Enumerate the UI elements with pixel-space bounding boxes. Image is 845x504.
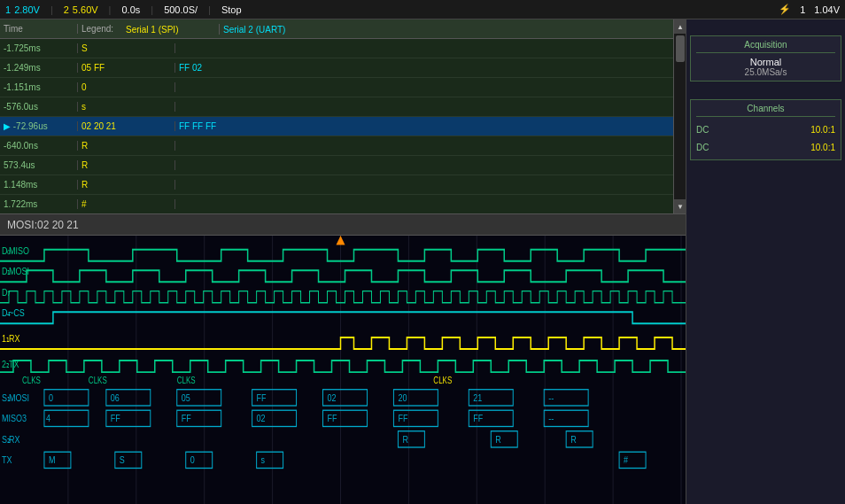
- scrollbar-thumb[interactable]: [676, 35, 685, 62]
- row-time: 1.722ms: [0, 199, 78, 209]
- row-serial2-data: FF FF FF: [175, 121, 686, 131]
- scroll-up-button[interactable]: ▲: [674, 19, 686, 34]
- row-time: 573.4us: [0, 160, 78, 170]
- svg-text:FF: FF: [398, 413, 407, 423]
- row-serial1-data: 05 FF: [78, 63, 175, 73]
- lister-row[interactable]: 1.148msR: [0, 175, 686, 195]
- trigger-info: ⚡ 1 1.04V: [779, 4, 840, 15]
- svg-text:MISO3: MISO3: [2, 413, 27, 423]
- lister-rows: -1.725msS-1.249ms05 FFFF 02-1.151ms0-576…: [0, 39, 686, 214]
- lister-row[interactable]: ▶ -72.96us02 20 21FF FF FF: [0, 117, 686, 136]
- svg-text:20: 20: [398, 392, 407, 403]
- acquisition-title: Acquisition: [696, 40, 835, 53]
- trigger-icon: ⚡: [779, 4, 791, 15]
- channel-row-1: DC 10.0:1: [696, 120, 835, 138]
- svg-text:S: S: [120, 454, 125, 465]
- svg-text:MISO: MISO: [9, 245, 29, 256]
- lister-row[interactable]: -640.0nsR: [0, 136, 686, 156]
- svg-text:FF: FF: [257, 392, 267, 403]
- row-serial1-data: 0: [78, 82, 175, 92]
- lister-row[interactable]: 573.4usR: [0, 156, 686, 175]
- channel2-label: DC: [696, 143, 709, 152]
- trigger-channel: 1: [800, 4, 805, 15]
- legend-label: Legend:: [78, 24, 122, 34]
- svg-text:4: 4: [46, 413, 50, 423]
- waveform-area: D₀ MISO D₁ MOSI D₇ D₄ ~CS 1₁ RX 2: [0, 236, 686, 504]
- svg-text:RX: RX: [9, 434, 19, 445]
- row-serial1-data: R: [78, 180, 175, 190]
- svg-text:~CS: ~CS: [9, 307, 25, 318]
- lister-table: Time Legend: Serial 1 (SPI) Serial 2 (UA…: [0, 19, 686, 214]
- row-serial1-data: s: [78, 102, 175, 112]
- row-serial1-data: S: [78, 43, 175, 53]
- ch1-number: 1: [5, 4, 11, 15]
- ch1-voltage: 2.80V: [14, 4, 40, 15]
- lister-row[interactable]: -1.249ms05 FFFF 02: [0, 58, 686, 78]
- lister-row[interactable]: 1.722ms#: [0, 195, 686, 214]
- channel2-value: 10.0:1: [810, 143, 835, 152]
- channel-row-2: DC 10.0:1: [696, 138, 835, 156]
- row-time: -1.725ms: [0, 43, 78, 53]
- svg-text:FF: FF: [111, 413, 120, 423]
- svg-text:TX: TX: [2, 454, 12, 465]
- svg-text:CLKS: CLKS: [177, 376, 196, 385]
- channel1-value: 10.0:1: [810, 125, 835, 135]
- serial1-column-header: Serial 1 (SPI): [122, 24, 220, 35]
- mosi-value: MOSI:02 20 21: [7, 219, 79, 231]
- lister-header: Time Legend: Serial 1 (SPI) Serial 2 (UA…: [0, 19, 686, 39]
- lister-row[interactable]: -1.151ms0: [0, 78, 686, 97]
- svg-text:CLKS: CLKS: [433, 376, 452, 385]
- lister-scrollbar[interactable]: ▲ ▼: [673, 19, 686, 213]
- ch2-indicator: 2 5.60V: [64, 4, 98, 15]
- row-serial2-data: FF 02: [175, 63, 686, 73]
- trigger-voltage: 1.04V: [814, 4, 840, 15]
- svg-text:R: R: [402, 434, 408, 445]
- lister-row[interactable]: -576.0uss: [0, 97, 686, 117]
- svg-text:02: 02: [328, 392, 337, 403]
- scroll-down-button[interactable]: ▼: [674, 199, 686, 213]
- svg-text:CLKS: CLKS: [22, 376, 41, 385]
- time-column-header: Time: [0, 24, 78, 34]
- ch2-number: 2: [64, 4, 69, 15]
- svg-text:02: 02: [257, 413, 266, 423]
- row-time: -1.151ms: [0, 82, 78, 92]
- svg-text:FF: FF: [182, 413, 191, 423]
- ch2-voltage: 5.60V: [73, 4, 98, 15]
- svg-text:FF: FF: [328, 413, 337, 423]
- svg-text:21: 21: [473, 392, 482, 403]
- svg-text:CLKS: CLKS: [89, 376, 107, 385]
- svg-text:0: 0: [190, 454, 195, 465]
- acquisition-mode: Normal: [696, 57, 835, 67]
- main-area: Time Legend: Serial 1 (SPI) Serial 2 (UA…: [0, 19, 845, 504]
- svg-text:--: --: [548, 413, 554, 423]
- row-arrow-indicator: ▶: [4, 121, 13, 131]
- lister-row[interactable]: -1.725msS: [0, 39, 686, 58]
- sample-rate: 500.0S/: [164, 4, 198, 15]
- svg-text:R: R: [570, 434, 577, 445]
- serial1-label: Serial 1 (SPI): [126, 25, 178, 35]
- serial2-label: Serial 2 (UART): [223, 25, 285, 35]
- svg-text:RX: RX: [9, 333, 19, 344]
- svg-text:s: s: [261, 454, 265, 465]
- ch1-indicator: 1 2.80V: [5, 4, 40, 15]
- top-status-bar: 1 2.80V | 2 5.60V | 0.0s | 500.0S/ | Sto…: [0, 0, 845, 19]
- right-panel: Acquisition Normal 25.0MSa/s Channels DC…: [686, 19, 845, 504]
- row-serial1-data: R: [78, 160, 175, 170]
- row-time: ▶ -72.96us: [0, 121, 78, 131]
- channel1-label: DC: [696, 125, 709, 135]
- row-time: -576.0us: [0, 102, 78, 112]
- row-time: -1.249ms: [0, 63, 78, 73]
- svg-text:MOSI: MOSI: [9, 392, 29, 403]
- svg-text:06: 06: [111, 392, 120, 403]
- time-value: 0.0s: [121, 4, 140, 15]
- left-panel: Time Legend: Serial 1 (SPI) Serial 2 (UA…: [0, 19, 686, 504]
- channels-section: Channels DC 10.0:1 DC 10.0:1: [690, 99, 841, 160]
- row-time: 1.148ms: [0, 180, 78, 190]
- svg-text:M: M: [49, 454, 55, 465]
- scrollbar-track: [674, 34, 686, 199]
- acquisition-section: Acquisition Normal 25.0MSa/s: [690, 35, 841, 81]
- waveform-svg: D₀ MISO D₁ MOSI D₇ D₄ ~CS 1₁ RX 2: [0, 236, 686, 504]
- svg-text:R: R: [495, 434, 501, 445]
- svg-text:FF: FF: [473, 413, 483, 423]
- acquisition-rate: 25.0MSa/s: [696, 67, 835, 77]
